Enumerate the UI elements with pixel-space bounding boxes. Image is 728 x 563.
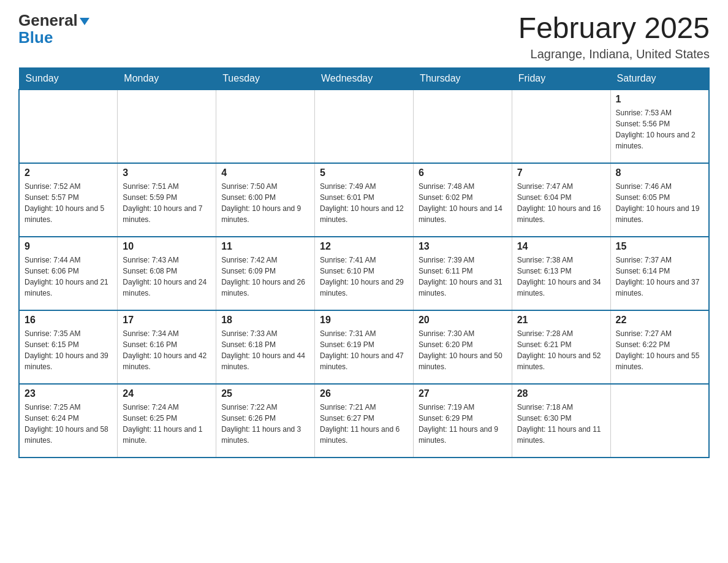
day-number: 14 [517,241,605,252]
day-number: 12 [320,241,408,252]
day-info: Sunrise: 7:52 AM Sunset: 5:57 PM Dayligh… [25,181,112,225]
logo-text: General [18,12,89,28]
day-number: 2 [25,167,112,178]
day-info: Sunrise: 7:21 AM Sunset: 6:27 PM Dayligh… [320,402,408,446]
day-number: 20 [419,315,507,326]
col-friday: Friday [512,67,610,90]
calendar-cell: 16Sunrise: 7:35 AM Sunset: 6:15 PM Dayli… [19,310,118,384]
day-number: 22 [616,315,703,326]
day-info: Sunrise: 7:47 AM Sunset: 6:04 PM Dayligh… [517,181,605,225]
calendar-table: Sunday Monday Tuesday Wednesday Thursday… [18,67,710,458]
calendar-cell: 17Sunrise: 7:34 AM Sunset: 6:16 PM Dayli… [118,310,216,384]
day-number: 24 [123,388,211,399]
page-header: General Blue February 2025 Lagrange, Ind… [18,12,710,61]
day-info: Sunrise: 7:18 AM Sunset: 6:30 PM Dayligh… [517,402,605,446]
calendar-cell [315,90,414,163]
day-info: Sunrise: 7:44 AM Sunset: 6:06 PM Dayligh… [25,255,112,299]
day-number: 27 [419,388,507,399]
day-info: Sunrise: 7:22 AM Sunset: 6:26 PM Dayligh… [221,402,309,446]
location: Lagrange, Indiana, United States [518,47,710,61]
day-number: 5 [320,167,408,178]
day-info: Sunrise: 7:49 AM Sunset: 6:01 PM Dayligh… [320,181,408,225]
day-number: 8 [616,167,703,178]
day-number: 26 [320,388,408,399]
logo-general: General [18,11,89,29]
title-block: February 2025 Lagrange, Indiana, United … [518,12,710,61]
calendar-week-row: 9Sunrise: 7:44 AM Sunset: 6:06 PM Daylig… [19,237,709,310]
calendar-cell: 8Sunrise: 7:46 AM Sunset: 6:05 PM Daylig… [610,163,709,237]
day-number: 18 [221,315,309,326]
logo: General Blue [18,12,89,45]
calendar-cell: 1Sunrise: 7:53 AM Sunset: 5:56 PM Daylig… [610,90,709,163]
day-info: Sunrise: 7:41 AM Sunset: 6:10 PM Dayligh… [320,255,408,299]
day-info: Sunrise: 7:39 AM Sunset: 6:11 PM Dayligh… [419,255,507,299]
day-info: Sunrise: 7:31 AM Sunset: 6:19 PM Dayligh… [320,328,408,372]
calendar-cell [610,384,709,458]
calendar-cell: 15Sunrise: 7:37 AM Sunset: 6:14 PM Dayli… [610,237,709,310]
calendar-cell: 11Sunrise: 7:42 AM Sunset: 6:09 PM Dayli… [216,237,315,310]
calendar-cell: 28Sunrise: 7:18 AM Sunset: 6:30 PM Dayli… [512,384,610,458]
col-saturday: Saturday [610,67,709,90]
calendar-cell: 4Sunrise: 7:50 AM Sunset: 6:00 PM Daylig… [216,163,315,237]
day-info: Sunrise: 7:37 AM Sunset: 6:14 PM Dayligh… [616,255,703,299]
calendar-cell [512,90,610,163]
day-info: Sunrise: 7:28 AM Sunset: 6:21 PM Dayligh… [517,328,605,372]
calendar-cell: 22Sunrise: 7:27 AM Sunset: 6:22 PM Dayli… [610,310,709,384]
calendar-cell: 21Sunrise: 7:28 AM Sunset: 6:21 PM Dayli… [512,310,610,384]
calendar-cell: 23Sunrise: 7:25 AM Sunset: 6:24 PM Dayli… [19,384,118,458]
calendar-cell: 24Sunrise: 7:24 AM Sunset: 6:25 PM Dayli… [118,384,216,458]
calendar-week-row: 16Sunrise: 7:35 AM Sunset: 6:15 PM Dayli… [19,310,709,384]
day-info: Sunrise: 7:53 AM Sunset: 5:56 PM Dayligh… [616,107,703,151]
day-info: Sunrise: 7:46 AM Sunset: 6:05 PM Dayligh… [616,181,703,225]
day-info: Sunrise: 7:50 AM Sunset: 6:00 PM Dayligh… [221,181,309,225]
calendar-cell [118,90,216,163]
calendar-week-row: 2Sunrise: 7:52 AM Sunset: 5:57 PM Daylig… [19,163,709,237]
day-number: 28 [517,388,605,399]
day-info: Sunrise: 7:35 AM Sunset: 6:15 PM Dayligh… [25,328,112,372]
day-number: 11 [221,241,309,252]
day-info: Sunrise: 7:42 AM Sunset: 6:09 PM Dayligh… [221,255,309,299]
day-info: Sunrise: 7:33 AM Sunset: 6:18 PM Dayligh… [221,328,309,372]
month-title: February 2025 [518,12,710,45]
day-number: 1 [616,94,703,105]
calendar-cell: 19Sunrise: 7:31 AM Sunset: 6:19 PM Dayli… [315,310,414,384]
day-info: Sunrise: 7:25 AM Sunset: 6:24 PM Dayligh… [25,402,112,446]
day-info: Sunrise: 7:30 AM Sunset: 6:20 PM Dayligh… [419,328,507,372]
day-number: 21 [517,315,605,326]
calendar-cell: 7Sunrise: 7:47 AM Sunset: 6:04 PM Daylig… [512,163,610,237]
calendar-cell: 12Sunrise: 7:41 AM Sunset: 6:10 PM Dayli… [315,237,414,310]
calendar-cell: 9Sunrise: 7:44 AM Sunset: 6:06 PM Daylig… [19,237,118,310]
day-number: 16 [25,315,112,326]
day-number: 17 [123,315,211,326]
day-number: 3 [123,167,211,178]
day-info: Sunrise: 7:34 AM Sunset: 6:16 PM Dayligh… [123,328,211,372]
calendar-cell: 6Sunrise: 7:48 AM Sunset: 6:02 PM Daylig… [413,163,512,237]
calendar-cell: 14Sunrise: 7:38 AM Sunset: 6:13 PM Dayli… [512,237,610,310]
col-thursday: Thursday [413,67,512,90]
calendar-week-row: 23Sunrise: 7:25 AM Sunset: 6:24 PM Dayli… [19,384,709,458]
day-number: 6 [419,167,507,178]
day-info: Sunrise: 7:51 AM Sunset: 5:59 PM Dayligh… [123,181,211,225]
day-number: 7 [517,167,605,178]
day-number: 25 [221,388,309,399]
calendar-cell [216,90,315,163]
day-info: Sunrise: 7:24 AM Sunset: 6:25 PM Dayligh… [123,402,211,446]
calendar-cell: 2Sunrise: 7:52 AM Sunset: 5:57 PM Daylig… [19,163,118,237]
day-number: 10 [123,241,211,252]
col-sunday: Sunday [19,67,118,90]
day-info: Sunrise: 7:38 AM Sunset: 6:13 PM Dayligh… [517,255,605,299]
calendar-header-row: Sunday Monday Tuesday Wednesday Thursday… [19,67,709,90]
day-number: 4 [221,167,309,178]
calendar-cell: 13Sunrise: 7:39 AM Sunset: 6:11 PM Dayli… [413,237,512,310]
day-number: 19 [320,315,408,326]
calendar-cell: 5Sunrise: 7:49 AM Sunset: 6:01 PM Daylig… [315,163,414,237]
day-info: Sunrise: 7:43 AM Sunset: 6:08 PM Dayligh… [123,255,211,299]
col-monday: Monday [118,67,216,90]
day-info: Sunrise: 7:19 AM Sunset: 6:29 PM Dayligh… [419,402,507,446]
logo-blue: Blue [18,29,53,45]
calendar-week-row: 1Sunrise: 7:53 AM Sunset: 5:56 PM Daylig… [19,90,709,163]
day-number: 13 [419,241,507,252]
calendar-cell [19,90,118,163]
calendar-cell: 10Sunrise: 7:43 AM Sunset: 6:08 PM Dayli… [118,237,216,310]
calendar-cell [413,90,512,163]
